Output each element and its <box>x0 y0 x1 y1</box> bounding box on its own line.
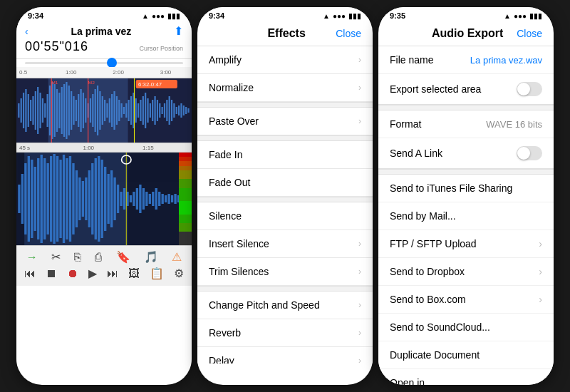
scrubber-thumb[interactable] <box>107 58 117 68</box>
filename-row: File name La prima vez.wav <box>378 46 554 74</box>
effects-item-trim-silences[interactable]: Trim Silences › <box>197 258 373 286</box>
effects-title: Effects <box>237 27 336 40</box>
cut-icon[interactable]: ✂ <box>51 250 61 264</box>
svg-rect-6 <box>28 94 29 127</box>
effects-item-silence[interactable]: Silence <box>197 202 373 230</box>
svg-rect-46 <box>123 107 125 114</box>
effects-item-change-pitch[interactable]: Change Pitch and Speed › <box>197 292 373 319</box>
goto-start-icon[interactable]: → <box>26 251 38 264</box>
action-duplicate-label: Duplicate Document <box>390 349 480 361</box>
svg-rect-39 <box>106 103 108 118</box>
image-icon[interactable]: 🖼 <box>128 267 140 280</box>
waveform-overview[interactable]: M1 M2 6:32-0:47 <box>16 78 192 143</box>
svg-rect-56 <box>147 98 148 123</box>
svg-rect-89 <box>37 158 39 239</box>
effect-icon[interactable]: 🎵 <box>144 250 158 264</box>
svg-rect-34 <box>95 89 96 132</box>
export-selected-toggle[interactable] <box>517 82 542 96</box>
send-link-toggle[interactable] <box>517 146 542 160</box>
settings-icon[interactable]: ⚙ <box>174 267 184 280</box>
paste-over-chevron: › <box>358 116 361 126</box>
effects-item-delay[interactable]: Delay › <box>197 347 373 363</box>
action-duplicate[interactable]: Duplicate Document <box>378 341 554 369</box>
svg-rect-72 <box>185 107 187 114</box>
action-ftp[interactable]: FTP / SFTP Upload › <box>378 230 554 258</box>
svg-rect-96 <box>59 160 61 238</box>
svg-rect-125 <box>152 192 154 206</box>
action-mail[interactable]: Send by Mail... <box>378 202 554 230</box>
svg-rect-24 <box>71 91 72 130</box>
svg-rect-47 <box>125 103 127 118</box>
effects-close-button[interactable]: Close <box>336 28 361 39</box>
skip-back-icon[interactable]: ⏮ <box>24 267 36 280</box>
svg-rect-66 <box>171 100 172 121</box>
svg-rect-51 <box>135 98 137 123</box>
svg-rect-3 <box>21 98 22 123</box>
svg-rect-5 <box>25 89 26 132</box>
svg-rect-87 <box>31 160 33 238</box>
delay-chevron: › <box>358 356 361 363</box>
svg-rect-48 <box>128 100 130 121</box>
svg-rect-42 <box>113 91 115 130</box>
svg-rect-67 <box>173 103 175 118</box>
svg-rect-65 <box>169 96 170 125</box>
bookmark-icon[interactable]: 🔖 <box>116 250 130 264</box>
svg-rect-40 <box>109 98 110 123</box>
phone-waveform-editor: 9:34 ▲ ●●● ▮▮▮ ‹ La prima vez ⬆ 00'55"01… <box>16 7 192 385</box>
normalize-label: Normalize <box>209 82 254 93</box>
svg-rect-25 <box>73 96 74 125</box>
list-icon[interactable]: 📋 <box>150 267 164 280</box>
action-itunes[interactable]: Send to iTunes File Sharing <box>378 175 554 202</box>
warning-icon[interactable]: ⚠ <box>172 250 182 264</box>
send-link-label: Send A Link <box>390 148 442 159</box>
filename-label: File name <box>390 54 433 66</box>
position-time: 00'55"016 <box>25 39 88 54</box>
effects-item-reverb[interactable]: Reverb › <box>197 319 373 347</box>
back-button[interactable]: ‹ <box>25 26 28 37</box>
export-close-button[interactable]: Close <box>517 28 542 39</box>
filename-value[interactable]: La prima vez.wav <box>470 55 542 66</box>
svg-rect-116 <box>123 188 125 210</box>
svg-rect-90 <box>41 155 43 243</box>
paste-icon[interactable]: ⎙ <box>95 251 102 264</box>
editor-header: ‹ La prima vez ⬆ 00'55"016 Cursor Positi… <box>16 21 192 59</box>
share-button[interactable]: ⬆ <box>174 24 183 38</box>
amplify-chevron: › <box>358 55 361 65</box>
record-icon[interactable]: ⏺ <box>67 267 78 280</box>
effects-item-insert-silence[interactable]: Insert Silence › <box>197 230 373 258</box>
svg-rect-54 <box>142 96 144 125</box>
action-box[interactable]: Send to Box.com › <box>378 286 554 314</box>
svg-rect-2 <box>18 103 19 118</box>
paste-over-label: Paste Over <box>209 115 259 127</box>
vu-meter <box>179 153 192 245</box>
effects-item-amplify[interactable]: Amplify › <box>197 46 373 74</box>
amplify-label: Amplify <box>209 54 242 66</box>
action-dropbox-label: Send to Dropbox <box>390 266 465 277</box>
skip-forward-icon[interactable]: ⏭ <box>107 267 118 280</box>
copy-icon[interactable]: ⎘ <box>74 251 81 264</box>
svg-rect-95 <box>56 156 58 242</box>
svg-rect-93 <box>50 156 52 242</box>
svg-rect-85 <box>24 163 26 234</box>
effects-item-normalize[interactable]: Normalize › <box>197 74 373 102</box>
change-pitch-label: Change Pitch and Speed <box>209 299 320 311</box>
ruler-mark-3: 3:00 <box>160 69 172 76</box>
svg-rect-83 <box>18 185 20 213</box>
action-dropbox[interactable]: Send to Dropbox › <box>378 258 554 286</box>
action-soundcloud[interactable]: Send to SoundCloud... <box>378 314 554 341</box>
action-dropbox-chevron: › <box>539 266 542 277</box>
effects-item-fade-in[interactable]: Fade In <box>197 141 373 169</box>
play-icon[interactable]: ▶ <box>88 267 97 280</box>
scrubber-bar[interactable] <box>25 62 183 64</box>
svg-rect-130 <box>167 194 170 204</box>
stop-icon[interactable]: ⏹ <box>46 267 57 280</box>
waveform-detail[interactable] <box>16 153 192 245</box>
svg-rect-36 <box>99 91 100 130</box>
effects-item-fade-out[interactable]: Fade Out <box>197 169 373 197</box>
delay-label: Delay <box>209 355 234 363</box>
svg-rect-44 <box>118 100 120 121</box>
signal-icon-3: ●●● <box>514 12 527 20</box>
action-open-in[interactable]: Open in... <box>378 369 554 385</box>
svg-rect-59 <box>154 96 155 125</box>
effects-item-paste-over[interactable]: Paste Over › <box>197 108 373 135</box>
